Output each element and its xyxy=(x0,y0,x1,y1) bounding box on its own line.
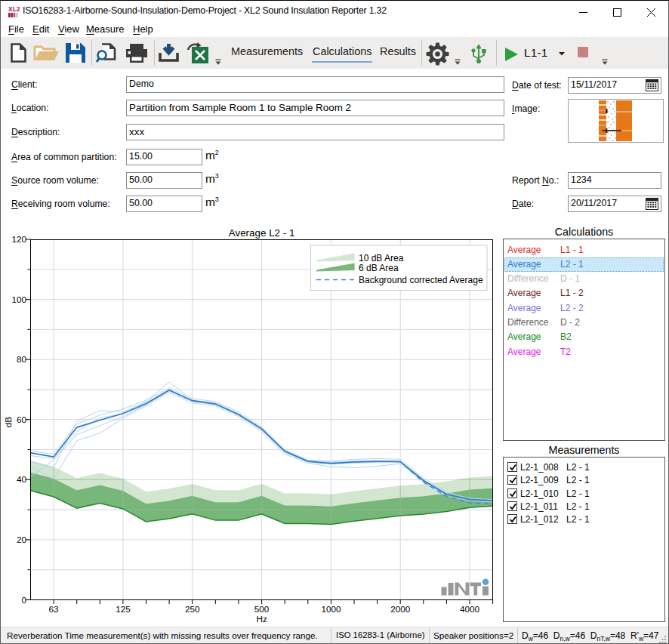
svg-text:dB: dB xyxy=(3,417,13,428)
svg-text:63: 63 xyxy=(49,604,59,614)
svg-text:Hz: Hz xyxy=(256,614,267,624)
svg-text:2000: 2000 xyxy=(390,604,411,614)
svg-text:Average L2 - 1: Average L2 - 1 xyxy=(229,227,295,239)
svg-text:4000: 4000 xyxy=(460,604,480,614)
svg-text:1000: 1000 xyxy=(321,604,341,614)
svg-text:10 dB Area: 10 dB Area xyxy=(359,253,404,263)
svg-text:250: 250 xyxy=(185,604,200,614)
svg-text:6 dB Area: 6 dB Area xyxy=(359,263,399,273)
svg-text:XL2: XL2 xyxy=(8,5,20,13)
svg-text:60: 60 xyxy=(17,414,27,424)
svg-text:40: 40 xyxy=(17,474,27,484)
svg-text:120: 120 xyxy=(11,234,26,244)
svg-text:20: 20 xyxy=(17,535,27,544)
svg-text:80: 80 xyxy=(17,354,27,364)
svg-text:125: 125 xyxy=(116,604,131,614)
svg-text:500: 500 xyxy=(254,604,270,614)
svg-text:100: 100 xyxy=(11,294,26,304)
svg-text:0: 0 xyxy=(21,595,26,605)
svg-text:Background corrected Average: Background corrected Average xyxy=(359,275,483,285)
